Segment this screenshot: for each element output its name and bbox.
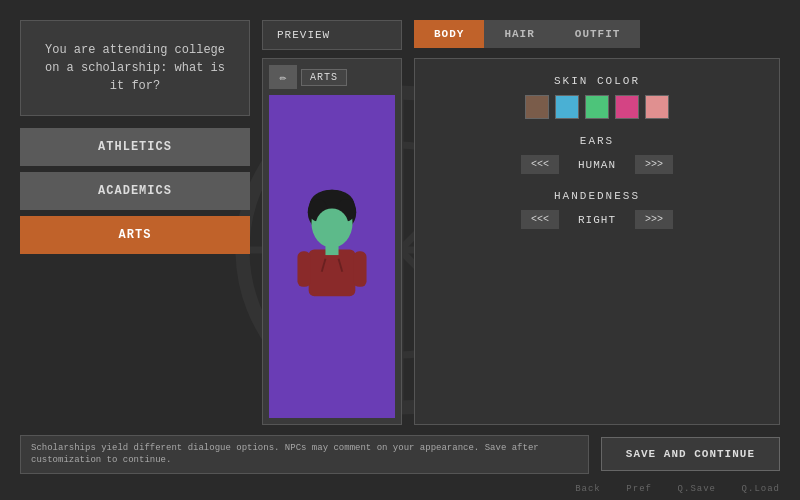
main-container: You are attending college on a scholarsh… bbox=[0, 0, 800, 500]
choice-academics[interactable]: ACADEMICS bbox=[20, 172, 250, 210]
tab-bar: BODY HAIR OUTFIT bbox=[414, 20, 780, 48]
preview-tool-label: ARTS bbox=[301, 69, 347, 86]
footer-quick-load: Q.Load bbox=[742, 484, 780, 494]
skin-color-label: SKIN COLOR bbox=[554, 75, 640, 87]
swatch-pink[interactable] bbox=[615, 95, 639, 119]
preview-tools: ✏ ARTS bbox=[269, 65, 395, 89]
footer: Back Pref Q.Save Q.Load bbox=[0, 482, 800, 500]
handedness-prev-btn[interactable]: <<< bbox=[521, 210, 559, 229]
character-preview bbox=[269, 95, 395, 418]
ears-next-btn[interactable]: >>> bbox=[635, 155, 673, 174]
handedness-next-btn[interactable]: >>> bbox=[635, 210, 673, 229]
footer-pref: Pref bbox=[626, 484, 652, 494]
ears-prev-btn[interactable]: <<< bbox=[521, 155, 559, 174]
save-continue-button[interactable]: SAVE AND CONTINUE bbox=[601, 437, 780, 471]
swatch-brown[interactable] bbox=[525, 95, 549, 119]
swatch-green[interactable] bbox=[585, 95, 609, 119]
tab-hair[interactable]: HAIR bbox=[484, 20, 554, 48]
ears-value: HUMAN bbox=[567, 159, 627, 171]
tab-outfit[interactable]: OUTFIT bbox=[555, 20, 641, 48]
handedness-label: HANDEDNESS bbox=[554, 190, 640, 202]
handedness-section: HANDEDNESS <<< RIGHT >>> bbox=[431, 190, 763, 229]
tab-body[interactable]: BODY bbox=[414, 20, 484, 48]
svg-rect-16 bbox=[297, 252, 310, 287]
svg-rect-17 bbox=[353, 252, 366, 287]
svg-rect-12 bbox=[309, 250, 356, 297]
customization-panel: SKIN COLOR EARS <<< HUMAN >> bbox=[414, 58, 780, 425]
preview-label: PREVIEW bbox=[262, 20, 402, 50]
ears-label: EARS bbox=[580, 135, 614, 147]
svg-point-11 bbox=[315, 209, 349, 246]
info-box: Scholarships yield different dialogue op… bbox=[20, 435, 589, 474]
preview-box: ✏ ARTS bbox=[262, 58, 402, 425]
footer-back: Back bbox=[575, 484, 601, 494]
color-swatches bbox=[525, 95, 669, 119]
swatch-blue[interactable] bbox=[555, 95, 579, 119]
right-panel: BODY HAIR OUTFIT SKIN COLOR bbox=[414, 20, 780, 425]
question-text: You are attending college on a scholarsh… bbox=[45, 43, 225, 93]
handedness-value: RIGHT bbox=[567, 214, 627, 226]
paint-icon: ✏ bbox=[269, 65, 297, 89]
bottom-bar: Scholarships yield different dialogue op… bbox=[0, 435, 800, 482]
footer-quick-save: Q.Save bbox=[678, 484, 716, 494]
ears-section: EARS <<< HUMAN >>> bbox=[431, 135, 763, 174]
svg-rect-13 bbox=[325, 244, 338, 255]
swatch-light-pink[interactable] bbox=[645, 95, 669, 119]
skin-color-section: SKIN COLOR bbox=[431, 75, 763, 119]
question-box: You are attending college on a scholarsh… bbox=[20, 20, 250, 116]
content-area: You are attending college on a scholarsh… bbox=[0, 0, 800, 435]
choice-athletics[interactable]: ATHLETICS bbox=[20, 128, 250, 166]
info-text: Scholarships yield different dialogue op… bbox=[31, 443, 539, 466]
handedness-option-row: <<< RIGHT >>> bbox=[521, 210, 673, 229]
middle-panel: PREVIEW ✏ ARTS bbox=[262, 20, 402, 425]
ears-option-row: <<< HUMAN >>> bbox=[521, 155, 673, 174]
choice-arts[interactable]: ARTS bbox=[20, 216, 250, 254]
left-panel: You are attending college on a scholarsh… bbox=[20, 20, 250, 425]
